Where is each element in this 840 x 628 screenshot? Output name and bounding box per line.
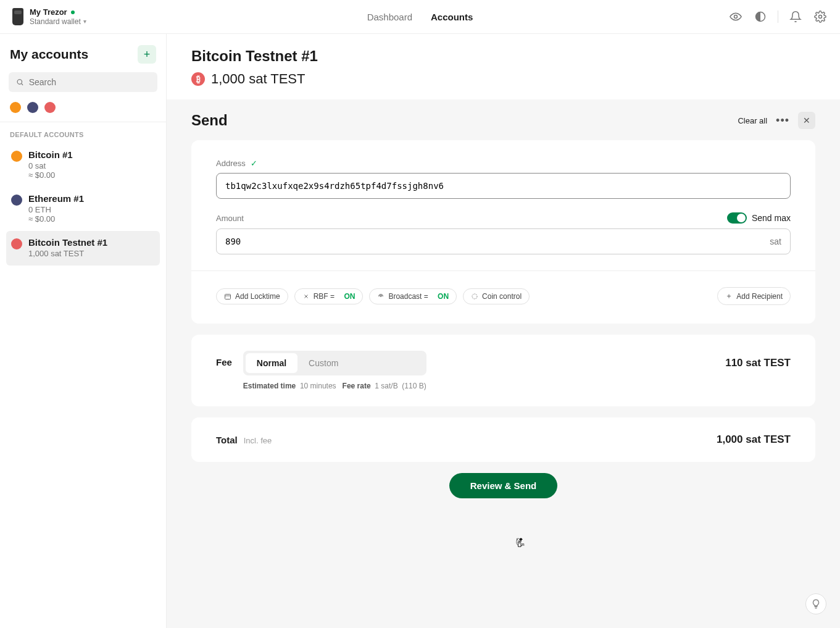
send-max-toggle[interactable] bbox=[727, 212, 747, 224]
add-locktime-chip[interactable]: Add Locktime bbox=[216, 288, 288, 304]
account-balance: 0 sat bbox=[28, 161, 73, 170]
coin-icon: ₿ bbox=[191, 72, 205, 86]
rbf-icon bbox=[302, 293, 310, 300]
divider bbox=[778, 10, 778, 23]
account-balance: 0 ETH bbox=[28, 205, 84, 214]
fee-card: Fee Normal Custom Estimated time 10 minu… bbox=[191, 335, 815, 406]
nav-dashboard[interactable]: Dashboard bbox=[367, 12, 412, 22]
recipient-card: Address ✓ Amount Send max sat bbox=[191, 140, 815, 324]
account-name: Bitcoin Testnet #1 bbox=[28, 237, 107, 248]
search-input[interactable] bbox=[9, 72, 157, 92]
add-recipient-button[interactable]: ＋ Add Recipient bbox=[717, 287, 791, 305]
address-label: Address bbox=[216, 159, 246, 168]
account-fiat: ≈ $0.00 bbox=[28, 170, 73, 180]
search-icon bbox=[16, 78, 24, 86]
svg-point-8 bbox=[472, 294, 477, 299]
fee-label: Fee bbox=[216, 357, 232, 367]
svg-point-0 bbox=[734, 15, 738, 19]
sidebar: My accounts + DEFAULT ACCOUNTS Bitcoin #… bbox=[0, 34, 167, 628]
amount-label: Amount bbox=[216, 214, 244, 223]
coin-control-icon bbox=[471, 293, 478, 300]
svg-point-3 bbox=[17, 80, 22, 84]
svg-point-2 bbox=[819, 15, 822, 19]
fee-segmented-control: Normal Custom bbox=[243, 351, 426, 375]
amount-field[interactable] bbox=[225, 229, 770, 254]
more-options-icon[interactable]: ••• bbox=[776, 114, 789, 127]
main-content: Bitcoin Testnet #1 ₿ 1,000 sat TEST Send… bbox=[167, 34, 840, 628]
clear-all-button[interactable]: Clear all bbox=[738, 116, 767, 125]
theme-icon[interactable] bbox=[753, 9, 768, 24]
discreet-mode-icon[interactable] bbox=[728, 9, 743, 24]
broadcast-icon bbox=[377, 293, 385, 300]
broadcast-chip[interactable]: Broadcast = ON bbox=[369, 288, 457, 304]
sidebar-title: My accounts bbox=[10, 47, 88, 62]
page-balance: 1,000 sat TEST bbox=[211, 71, 305, 87]
total-label: Total bbox=[216, 435, 238, 445]
check-icon: ✓ bbox=[251, 159, 257, 168]
device-name: My Trezor bbox=[30, 7, 67, 17]
fee-custom-button[interactable]: Custom bbox=[297, 353, 349, 373]
nav-accounts[interactable]: Accounts bbox=[431, 12, 473, 22]
device-selector[interactable]: My Trezor Standard wallet ▾ bbox=[12, 7, 86, 26]
account-fiat: ≈ $0.00 bbox=[28, 214, 84, 224]
close-button[interactable]: ✕ bbox=[798, 112, 815, 129]
sidebar-account-bitcoin[interactable]: Bitcoin #1 0 sat ≈ $0.00 bbox=[6, 143, 160, 187]
filter-btc-icon[interactable] bbox=[10, 102, 21, 113]
amount-input[interactable]: sat bbox=[216, 228, 791, 254]
account-balance: 1,000 sat TEST bbox=[28, 249, 107, 258]
help-button[interactable] bbox=[805, 593, 826, 614]
total-card: Total Incl. fee 1,000 sat TEST bbox=[191, 417, 815, 462]
filter-eth-icon[interactable] bbox=[27, 102, 38, 113]
test-icon bbox=[11, 238, 22, 249]
status-dot-icon bbox=[71, 10, 75, 14]
plus-icon: ＋ bbox=[725, 291, 733, 301]
coin-control-chip[interactable]: Coin control bbox=[463, 288, 530, 304]
svg-rect-5 bbox=[225, 294, 231, 299]
fee-normal-button[interactable]: Normal bbox=[246, 353, 297, 373]
filter-test-icon[interactable] bbox=[44, 102, 56, 113]
amount-unit: sat bbox=[770, 237, 781, 246]
eth-icon bbox=[11, 195, 22, 206]
page-title: Bitcoin Testnet #1 bbox=[191, 48, 815, 65]
settings-icon[interactable] bbox=[813, 9, 828, 24]
svg-line-4 bbox=[22, 83, 23, 85]
device-icon bbox=[12, 8, 23, 25]
account-name: Ethereum #1 bbox=[28, 193, 84, 204]
send-max-label: Send max bbox=[752, 213, 791, 223]
chevron-down-icon: ▾ bbox=[83, 18, 86, 25]
sidebar-account-testnet[interactable]: Bitcoin Testnet #1 1,000 sat TEST bbox=[6, 231, 160, 266]
calendar-icon bbox=[224, 293, 231, 300]
incl-fee-label: Incl. fee bbox=[244, 436, 272, 445]
wallet-type: Standard wallet bbox=[30, 17, 81, 26]
account-name: Bitcoin #1 bbox=[28, 149, 73, 160]
total-value: 1,000 sat TEST bbox=[717, 433, 791, 446]
fee-meta: Estimated time 10 minutes Fee rate 1 sat… bbox=[243, 382, 426, 390]
address-input[interactable] bbox=[216, 173, 791, 199]
sidebar-account-ethereum[interactable]: Ethereum #1 0 ETH ≈ $0.00 bbox=[6, 187, 160, 231]
review-send-button[interactable]: Review & Send bbox=[449, 473, 558, 498]
lightbulb-icon bbox=[810, 598, 821, 609]
btc-icon bbox=[11, 151, 22, 162]
fee-value: 110 sat TEST bbox=[725, 357, 791, 369]
rbf-chip[interactable]: RBF = ON bbox=[294, 288, 364, 304]
add-account-button[interactable]: + bbox=[138, 45, 156, 64]
sidebar-section-label: DEFAULT ACCOUNTS bbox=[6, 122, 160, 143]
search-field[interactable] bbox=[29, 77, 150, 87]
svg-point-7 bbox=[381, 296, 381, 296]
notifications-icon[interactable] bbox=[788, 9, 803, 24]
send-title: Send bbox=[191, 112, 228, 129]
